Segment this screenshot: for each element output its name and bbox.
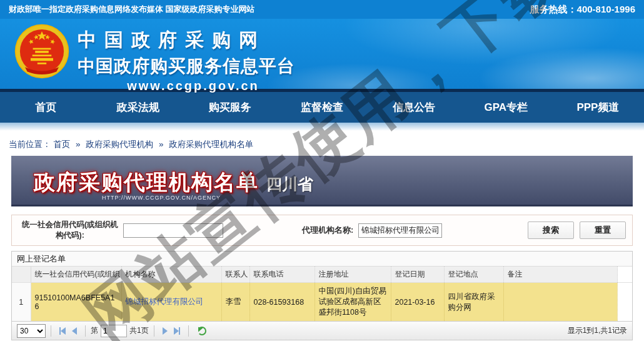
breadcrumb: 当前位置： 首页 » 政府采购代理机构 » 政府采购代理机构名单 — [0, 131, 644, 156]
col-date: 登记日期 — [391, 267, 444, 283]
credit-code-input[interactable] — [123, 223, 223, 238]
last-page-icon[interactable] — [174, 327, 180, 335]
cell-contact: 李雪 — [221, 283, 249, 322]
agency-name-label: 代理机构名称: — [302, 225, 353, 236]
nav-item-regulations[interactable]: 政采法规 — [92, 92, 184, 123]
site-slogan: 财政部唯一指定政府采购信息网络发布媒体 国家级政府采购专业网站 — [9, 4, 255, 15]
service-hotline: 服务热线：400-810-1996 — [530, 4, 635, 16]
page-banner: 政府采购代理机构名单 四川省 HTTP://WWW.CCGP.GOV.CN/AG… — [11, 156, 633, 206]
main-nav: 首页 政采法规 购买服务 监督检查 信息公告 GPA专栏 PPP频道 — [0, 92, 644, 123]
col-note: 备注 — [503, 267, 617, 283]
site-title-main: 中国政府采购网 — [78, 28, 309, 53]
top-info-bar: 财政部唯一指定政府采购信息网络发布媒体 国家级政府采购专业网站 服务热线：400… — [0, 0, 644, 19]
nav-item-home[interactable]: 首页 — [0, 92, 92, 123]
credit-code-label: 统一社会信用代码(或组织机构代码): — [21, 220, 119, 241]
agency-name-link[interactable]: 锦城招标代理有限公司 — [126, 297, 204, 306]
pager-divider — [51, 325, 51, 337]
agency-table: 统一社会信用代码(或组织 机构名称 联系人 联系电话 注册地址 登记日期 登记地… — [12, 267, 632, 321]
breadcrumb-prefix: 当前位置： — [9, 140, 51, 149]
breadcrumb-separator: » — [159, 140, 164, 149]
breadcrumb-link-home[interactable]: 首页 — [53, 140, 70, 149]
search-button[interactable]: 搜索 — [528, 221, 574, 239]
site-title-sub: 中国政府购买服务信息平台 — [78, 54, 309, 78]
record-summary: 显示1到1,共1记录 — [568, 325, 627, 336]
page-number-input[interactable] — [101, 325, 127, 337]
breadcrumb-link-agency[interactable]: 政府采购代理机构 — [86, 140, 153, 149]
page-size-select[interactable]: 30 — [17, 324, 46, 338]
banner-region: 四川省 — [266, 174, 313, 195]
col-credit-code: 统一社会信用代码(或组织 — [31, 267, 121, 283]
col-address: 注册地址 — [314, 267, 391, 283]
page-label-prefix: 第 — [91, 325, 98, 336]
table-header-row: 统一社会信用代码(或组织 机构名称 联系人 联系电话 注册地址 登记日期 登记地… — [12, 267, 632, 283]
cell-filler — [617, 283, 632, 322]
reset-button[interactable]: 重置 — [580, 221, 626, 239]
nav-fade-strip — [0, 123, 644, 131]
cell-credit-code: 91510100MA6BFE5A16 — [31, 283, 121, 322]
cell-phone: 028-61593168 — [249, 283, 314, 322]
site-header: 中国政府采购网 中国政府购买服务信息平台 www.ccgp.gov.cn — [0, 19, 644, 89]
col-filler — [617, 267, 632, 283]
cell-index: 1 — [12, 283, 31, 322]
refresh-icon[interactable] — [198, 327, 206, 335]
prev-page-icon[interactable] — [72, 327, 77, 335]
col-agency-name: 机构名称 — [121, 267, 221, 283]
page-label-suffix: 共1页 — [129, 325, 149, 336]
national-emblem-icon — [14, 23, 70, 83]
col-index — [12, 267, 31, 283]
pagination-bar: 30 第 共1页 显示1到1,共1记录 — [12, 321, 632, 340]
nav-item-ppp[interactable]: PPP频道 — [552, 92, 644, 123]
col-phone: 联系电话 — [249, 267, 314, 283]
cell-date: 2021-03-16 — [391, 283, 444, 322]
nav-item-purchase-services[interactable]: 购买服务 — [184, 92, 276, 123]
cell-address: 中国(四川)自由贸易试验区成都高新区盛邦街1108号 — [314, 283, 391, 322]
nav-item-supervision[interactable]: 监督检查 — [276, 92, 368, 123]
cell-place: 四川省政府采购分网 — [444, 283, 503, 322]
breadcrumb-separator: » — [76, 140, 81, 149]
pager-divider — [188, 325, 189, 337]
banner-title: 政府采购代理机构名单 — [34, 168, 259, 197]
first-page-icon[interactable] — [59, 327, 66, 335]
results-panel: 网上登记名单 统一社会信用代码(或组织 机构名称 联系人 联系电话 注册地址 登… — [11, 251, 633, 340]
nav-item-announcements[interactable]: 信息公告 — [368, 92, 460, 123]
pager-divider — [85, 325, 86, 337]
cell-agency-name: 锦城招标代理有限公司 — [121, 283, 221, 322]
next-page-icon[interactable] — [163, 327, 168, 335]
search-panel: 统一社会信用代码(或组织机构代码): 代理机构名称: 搜索 重置 — [11, 215, 633, 246]
site-titles: 中国政府采购网 中国政府购买服务信息平台 www.ccgp.gov.cn — [78, 28, 309, 93]
col-place: 登记地点 — [444, 267, 503, 283]
table-row: 1 91510100MA6BFE5A16 锦城招标代理有限公司 李雪 028-6… — [12, 283, 632, 322]
cell-note — [503, 283, 617, 322]
agency-name-input[interactable] — [358, 223, 442, 238]
site-url: www.ccgp.gov.cn — [78, 79, 309, 93]
breadcrumb-current: 政府采购代理机构名单 — [169, 140, 253, 149]
banner-url: HTTP://WWW.CCGP.GOV.CN/AGENCY — [102, 195, 221, 201]
pager-divider — [154, 325, 154, 337]
section-title: 网上登记名单 — [12, 252, 632, 267]
col-contact: 联系人 — [221, 267, 249, 283]
nav-item-gpa[interactable]: GPA专栏 — [460, 92, 552, 123]
